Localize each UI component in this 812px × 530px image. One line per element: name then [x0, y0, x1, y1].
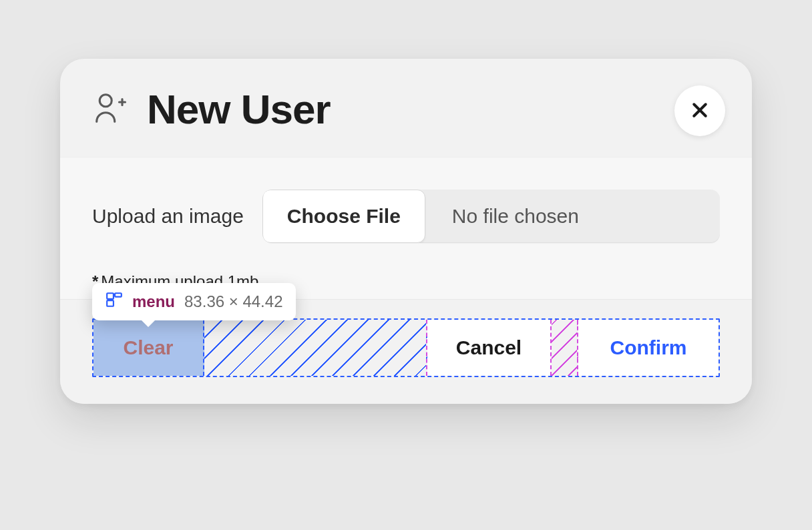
cancel-button[interactable]: Cancel	[427, 320, 552, 376]
flex-spacer	[204, 320, 427, 376]
close-icon	[690, 100, 710, 122]
close-button[interactable]	[674, 85, 725, 136]
inspector-dimensions: 83.36 × 44.42	[184, 292, 282, 311]
dialog-body: Upload an image Choose File No file chos…	[60, 157, 752, 299]
svg-rect-6	[107, 300, 114, 306]
devtools-inspector-tooltip: menu 83.36 × 44.42	[92, 283, 296, 320]
file-input[interactable]: Choose File No file chosen	[262, 190, 720, 243]
flex-gap	[552, 320, 578, 376]
flex-layout-icon	[106, 291, 123, 312]
upload-row: Upload an image Choose File No file chos…	[92, 190, 720, 243]
svg-rect-5	[107, 293, 114, 299]
dialog-title: New User	[147, 85, 331, 133]
confirm-button[interactable]: Confirm	[578, 320, 719, 376]
svg-point-0	[99, 94, 112, 106]
inspector-element-name: menu	[132, 292, 175, 311]
svg-rect-7	[115, 293, 122, 296]
choose-file-button[interactable]: Choose File	[262, 190, 425, 243]
upload-label: Upload an image	[92, 205, 244, 228]
user-plus-icon	[92, 90, 128, 129]
clear-button[interactable]: Clear	[93, 320, 204, 376]
dialog-header: New User	[60, 59, 752, 157]
new-user-dialog: New User Upload an image Choose File No …	[60, 59, 752, 404]
footer-flex-container: Clear Cancel Confirm	[92, 318, 720, 377]
file-status-text: No file chosen	[425, 190, 720, 243]
